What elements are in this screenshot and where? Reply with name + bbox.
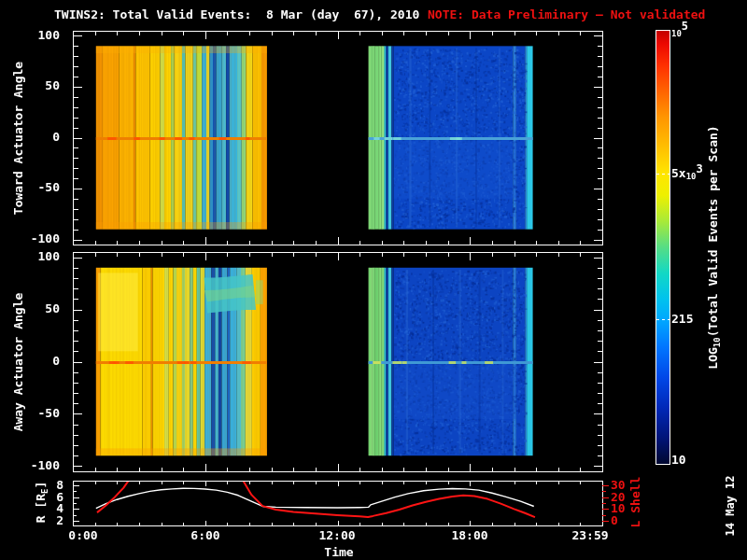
xtick-label: 6:00 (179, 529, 232, 542)
ytick-label: 50 (22, 302, 60, 315)
r-axis-title: R [RE] (35, 482, 49, 524)
ytick-label: 100 (22, 29, 60, 42)
xtick-label: 12:00 (311, 529, 363, 542)
toward-axis-title: Toward Actuator Angle (12, 62, 25, 215)
date-stamp: 14 May 12 (724, 475, 737, 536)
colorbar-tick-pre: 10 (671, 453, 686, 467)
colorbar-tick-base: 10 (686, 172, 697, 181)
colorbar-tick-base: 10 (671, 29, 682, 38)
ytick-label: -50 (22, 181, 60, 194)
x-axis-title: Time (UT) (311, 546, 367, 560)
colorbar-tick: 105 (671, 24, 688, 38)
r-axis-title-sub: E (40, 489, 49, 494)
colorbar-tick-pre: 5x (671, 166, 686, 180)
colorbar-tick: 215 (671, 313, 693, 326)
colorbar-tick: 10 (671, 454, 686, 467)
colorbar-tick-exp: 3 (697, 162, 703, 175)
colorbar-tick-pre: 215 (671, 312, 693, 326)
colorbar-tick-exp: 5 (682, 20, 688, 33)
xtick-label: 23:59 (564, 529, 616, 542)
ytick-label: -100 (22, 232, 60, 245)
xtick-label: 0:00 (57, 529, 109, 542)
ytick-label: 50 (22, 79, 60, 92)
preliminary-note: NOTE: Data Preliminary — Not validated (428, 8, 705, 21)
ytick-label: 0 (22, 355, 60, 368)
xtick-label: 18:00 (444, 529, 496, 542)
l-shell-axis-title: L Shell (629, 477, 642, 528)
twins2-plot-page: TWINS2: Total Valid Events: 8 Mar (day 6… (0, 0, 747, 560)
ytick-label: -50 (22, 407, 60, 420)
r-axis-title-main: R [R (34, 494, 48, 523)
page-title: TWINS2: Total Valid Events: 8 Mar (day 6… (54, 8, 419, 21)
colorbar-axis-title: LOG10(Total Valid Events per Scan) (707, 125, 721, 369)
ytick-label: 100 (22, 250, 60, 263)
ytick-label: -100 (22, 459, 60, 472)
colorbar-title-end: (Total Valid Events per Scan) (706, 125, 720, 337)
ytick-label: 0 (22, 131, 60, 144)
away-axis-title: Away Actuator Angle (12, 293, 25, 432)
ytick-label: 0 (611, 514, 618, 527)
colorbar-title-sub: 10 (712, 337, 722, 347)
colorbar-tick: 5x103 (671, 167, 703, 181)
colorbar-title-main: LOG (706, 347, 720, 369)
